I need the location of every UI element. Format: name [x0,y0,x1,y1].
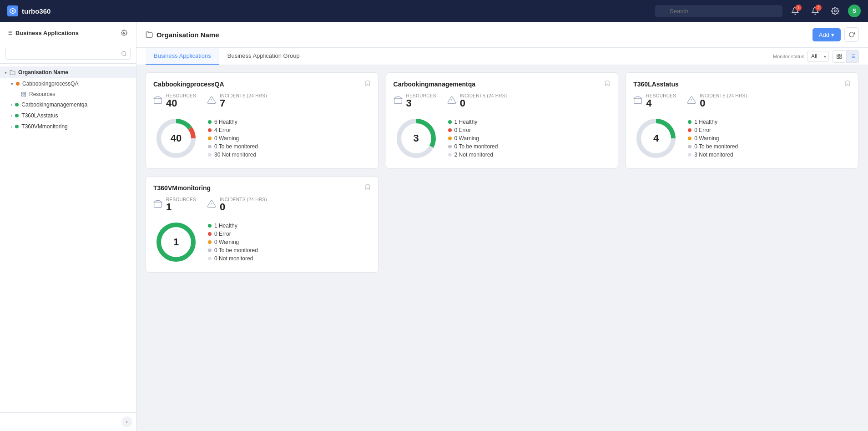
incidents-label: Incidents (24 hrs) [220,197,267,202]
incidents-icon [207,96,216,106]
card-body: 1 1 Healthy 0 Error 0 Warning 0 To be m [153,219,371,265]
card-body: 3 1 Healthy 0 Error 0 Warning 0 To be m [394,116,611,161]
tab-business-applications[interactable]: Business Applications [146,48,219,65]
to-monitor-dot [208,145,212,148]
healthy-count: 1 Healthy [694,119,717,125]
svg-rect-14 [22,95,24,96]
not-monitor-dot [208,153,212,157]
top-navigation: turbo360 1 2 S [0,0,868,22]
resources-stat: Resources 40 [153,93,196,108]
refresh-button[interactable] [844,27,859,42]
legend-healthy: 1 Healthy [208,223,258,229]
healthy-dot [448,120,452,124]
app-card[interactable]: CabbookingprocessQA Resources 40 [146,72,378,169]
error-count: 4 Error [214,127,231,133]
resources-value: 3 [406,98,436,108]
folder-icon [146,31,153,38]
header-actions: Add ▾ [812,27,859,42]
not-monitor-dot [448,153,452,157]
legend-not-monitor: 2 Not monitored [448,152,498,158]
not-monitor-dot [688,153,691,157]
to-monitor-count: 0 To be monitored [694,143,738,150]
healthy-dot [208,120,212,124]
to-monitor-count: 0 To be monitored [214,247,258,254]
app-card[interactable]: Carbookingmanagementqa Resources 3 [386,72,619,169]
status-dot-orange [16,82,20,86]
incidents-stat: Incidents (24 hrs) 7 [207,93,267,108]
sidebar-org-item[interactable]: ▾ Organisation Name [0,66,136,78]
bookmark-icon[interactable] [364,184,371,192]
svg-rect-39 [634,98,642,103]
incidents-icon [687,96,696,106]
logo-icon [7,5,18,16]
incidents-stat: Incidents (24 hrs) 0 [687,93,747,108]
card-header: Carbookingmanagementqa [394,80,611,88]
card-view-button[interactable] [833,50,845,63]
main-content: Organisation Name Add ▾ Business Applica… [136,22,868,431]
warning-dot [448,137,452,140]
settings-icon[interactable] [828,4,843,18]
not-monitor-count: 0 Not monitored [214,255,253,262]
card-stats: Resources 40 Incidents (24 hrs) 7 [153,93,371,108]
card-title: CabbookingprocessQA [153,81,224,88]
sidebar-search-area [0,44,136,64]
card-title: Carbookingmanagementqa [394,81,475,88]
alert-badge: 2 [815,5,822,11]
card-header: T360VMmonitoring [153,184,371,192]
resources-value: 1 [166,202,196,212]
healthy-dot [208,224,212,228]
resources-icon [153,199,162,210]
svg-point-10 [123,32,125,34]
sidebar-settings-icon[interactable] [119,27,130,38]
tabs-list: Business Applications Business Applicati… [146,48,308,65]
user-avatar[interactable]: S [848,5,861,17]
donut-chart: 40 [153,116,199,161]
app-logo[interactable]: turbo360 [7,5,50,16]
add-button[interactable]: Add ▾ [812,28,841,41]
legend-healthy: 1 Healthy [688,119,738,125]
sidebar-item-label: T360LAsstatus [21,112,58,119]
list-icon [6,30,13,36]
sidebar-title-area: Business Applications [6,30,79,36]
legend-to-monitor: 0 To be monitored [448,143,498,150]
resources-stat: Resources 3 [394,93,436,108]
card-legend: 1 Healthy 0 Error 0 Warning 0 To be moni… [448,119,498,158]
item-chevron-right: › [11,124,12,129]
sidebar-item-carbooking[interactable]: › Carbookingmanagementqa [0,99,136,110]
search-wrapper [655,5,782,17]
sidebar-search-input[interactable] [5,48,131,60]
bookmark-icon[interactable] [844,80,851,88]
svg-rect-19 [839,57,841,59]
card-header: CabbookingprocessQA [153,80,371,88]
table-view-button[interactable] [846,50,859,63]
healthy-count: 1 Healthy [214,223,237,229]
monitor-status-select[interactable]: All [807,51,829,62]
svg-point-11 [122,51,126,56]
alerts-icon[interactable]: 2 [808,4,823,18]
legend-warning: 0 Warning [208,239,258,245]
incidents-stat: Incidents (24 hrs) 0 [207,197,267,212]
card-title: T360LAsstatus [633,81,679,88]
card-legend: 1 Healthy 0 Error 0 Warning 0 To be moni… [688,119,738,158]
cards-grid: CabbookingprocessQA Resources 40 [136,65,868,431]
sidebar-sub-resources[interactable]: Resources [0,89,136,99]
app-card[interactable]: T360VMmonitoring Resources 1 [146,176,378,273]
bookmark-icon[interactable] [364,80,371,88]
sidebar-item-t360la[interactable]: › T360LAsstatus [0,110,136,121]
sidebar-collapse-button[interactable]: ‹ [121,416,132,427]
legend-not-monitor: 0 Not monitored [208,255,258,262]
bookmark-icon[interactable] [604,80,611,88]
app-card[interactable]: T360LAsstatus Resources 4 [626,72,858,169]
grid-icon [21,91,26,97]
monitor-filter: Monitor status All [773,51,829,62]
legend-not-monitor: 3 Not monitored [688,152,738,158]
card-header: T360LAsstatus [633,80,851,88]
notifications-action-icon[interactable]: 1 [788,4,802,18]
tab-business-application-group[interactable]: Business Application Group [219,48,308,65]
page-title-area: Organisation Name [146,31,219,39]
sidebar-item-t360vm[interactable]: › T360VMmonitoring [0,121,136,132]
monitor-select-wrapper: All [807,51,829,62]
tab-actions: Monitor status All [773,50,859,63]
sidebar-item-cabbooking[interactable]: ▾ CabbookingprocessQA [0,78,136,89]
global-search-input[interactable] [655,5,782,17]
